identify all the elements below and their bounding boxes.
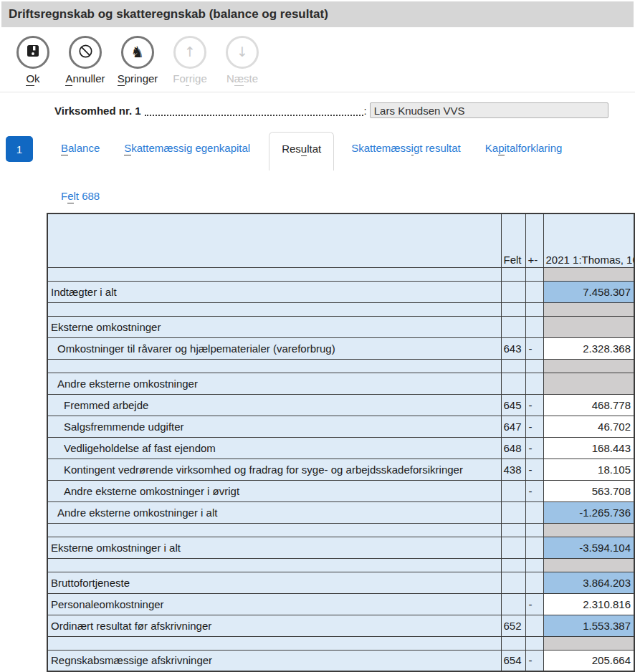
table-header-row: Felt +- 2021 1:Thomas, 100% Lars Knudsen… (47, 213, 634, 267)
knight-icon: ♞ (131, 45, 145, 60)
row-description: Kontingent vedrørende virksomhed og frad… (47, 459, 501, 480)
toolbar-button-circle: ♞ (121, 36, 154, 69)
row-felt-number (501, 558, 525, 572)
table-row: Indtægter i alt 7.458.307 (47, 281, 634, 302)
cancel-icon (78, 44, 93, 62)
table-row: Omkostninger til råvarer og hjælpemateri… (47, 337, 634, 359)
tab-skattemaessig-egenkapital[interactable]: Skattemæssig egenkapital (124, 142, 250, 154)
header-description (47, 213, 501, 267)
tab-resultat[interactable]: Resultat (269, 132, 334, 171)
row-felt-number (501, 480, 525, 501)
table-row: Eksterne omkostninger i alt -3.594.104 (47, 537, 634, 558)
value-empty-cell (543, 302, 634, 316)
row-sign (525, 373, 543, 394)
arrow-down-icon: ↓ (237, 45, 248, 59)
row-felt-number (501, 572, 525, 593)
toolbar-button-label: Springer (118, 72, 158, 85)
row-sign: - (525, 416, 543, 437)
table-row: Andre eksterne omkostninger i alt -1.265… (47, 501, 634, 523)
table-row (47, 558, 634, 572)
row-description: Andre eksterne omkostninger i alt (47, 501, 501, 523)
table-row: Andre eksterne omkostninger (47, 373, 634, 394)
row-description: Fremmed arbejde (47, 394, 501, 416)
value-input-cell[interactable]: 2.328.368 (543, 337, 634, 359)
value-input-cell[interactable]: 168.443 (543, 437, 634, 459)
tab-kapitalforklaring[interactable]: Kapitalforklaring (485, 142, 563, 154)
row-felt-number: 652 (501, 615, 525, 636)
row-felt-number (501, 593, 525, 615)
result-table: Felt +- 2021 1:Thomas, 100% Lars Knudsen… (47, 213, 635, 672)
row-felt-number: 645 (501, 394, 525, 416)
company-form-row: Virksomhed nr. 1 : (54, 102, 635, 119)
row-description (47, 359, 501, 373)
toolbar-button-circle (69, 36, 102, 69)
value-input-cell[interactable]: 205.664 (543, 650, 634, 671)
toolbar-button-forrige: ↑ Forrige (166, 36, 214, 85)
value-total-cell: -1.265.736 (543, 501, 634, 523)
row-felt-number (501, 267, 525, 281)
table-row (47, 359, 634, 373)
toolbar-button-annuller[interactable]: Annuller (62, 36, 109, 85)
value-input-cell[interactable]: 563.708 (543, 480, 634, 501)
page-number-badge[interactable]: 1 (6, 136, 33, 162)
value-input-cell[interactable]: 18.105 (543, 459, 634, 480)
row-sign (525, 572, 543, 593)
table-row (47, 267, 634, 281)
toolbar-button-label: Ok (26, 72, 39, 85)
value-empty-cell (543, 359, 634, 373)
result-table-body: Indtægter i alt 7.458.307 Eksterne omkos… (47, 267, 634, 671)
value-total-cell: 7.458.307 (543, 281, 634, 302)
row-description: Andre eksterne omkostninger (47, 373, 501, 394)
row-sign (525, 316, 543, 337)
row-sign (525, 267, 543, 281)
row-description: Andre eksterne omkostninger i øvrigt (47, 480, 501, 501)
row-description: Ordinært resultat før afskrivninger (47, 615, 501, 636)
toolbar-button-naeste: ↓ Næste (219, 36, 266, 85)
tab-skattemaessigt-resultat[interactable]: Skattemæssigt resultat (351, 142, 461, 154)
row-sign (525, 537, 543, 558)
row-felt-number: 438 (501, 459, 525, 480)
row-description (47, 267, 501, 281)
toolbar-button-ok[interactable]: Ok (9, 36, 57, 85)
row-description (47, 636, 501, 650)
table-row: Ordinært resultat før afskrivninger 652 … (47, 615, 634, 636)
row-felt-number (501, 501, 525, 523)
value-empty-cell (543, 523, 634, 537)
tab-bar-row1: BalanceSkattemæssig egenkapitalResultatS… (61, 132, 635, 173)
row-description: Salgsfremmende udgifter (47, 416, 501, 437)
table-row (47, 636, 634, 650)
row-description: Eksterne omkostninger i alt (47, 537, 501, 558)
table-row (47, 302, 634, 316)
toolbar-button-circle (16, 36, 49, 69)
tab-felt-688[interactable]: Felt 688 (61, 190, 100, 202)
row-felt-number (501, 537, 525, 558)
header-period-column: 2021 1:Thomas, 100% Lars Knudsen V (543, 213, 634, 267)
tab-bar-row2: Felt 688 (61, 180, 635, 202)
value-input-cell[interactable]: 2.310.816 (543, 593, 634, 615)
toolbar-button-circle: ↑ (173, 36, 206, 69)
row-sign (525, 523, 543, 537)
company-input[interactable] (370, 102, 608, 118)
toolbar-button-springer[interactable]: ♞ Springer (114, 36, 161, 85)
table-row (47, 523, 634, 537)
table-row: Fremmed arbejde 645 - 468.778 (47, 394, 634, 416)
row-felt-number: 648 (501, 437, 525, 459)
tab-balance[interactable]: Balance (61, 142, 100, 154)
row-sign (525, 302, 543, 316)
value-input-cell[interactable]: 468.778 (543, 394, 634, 416)
row-description: Regnskabsmæssige afskrivninger (47, 650, 501, 671)
table-row: Bruttofortjeneste 3.864.203 (47, 572, 634, 593)
value-empty-cell (543, 267, 634, 281)
table-row: Kontingent vedrørende virksomhed og frad… (47, 459, 634, 480)
row-sign (525, 501, 543, 523)
row-description (47, 302, 501, 316)
row-sign: - (525, 394, 543, 416)
table-row: Salgsfremmende udgifter 647 - 46.702 (47, 416, 634, 437)
row-description: Vedligeholdelse af fast ejendom (47, 437, 501, 459)
row-felt-number (501, 373, 525, 394)
row-felt-number: 643 (501, 337, 525, 359)
row-description: Personaleomkostninger (47, 593, 501, 615)
row-description: Indtægter i alt (47, 281, 501, 302)
row-sign (525, 558, 543, 572)
value-input-cell[interactable]: 46.702 (543, 416, 634, 437)
